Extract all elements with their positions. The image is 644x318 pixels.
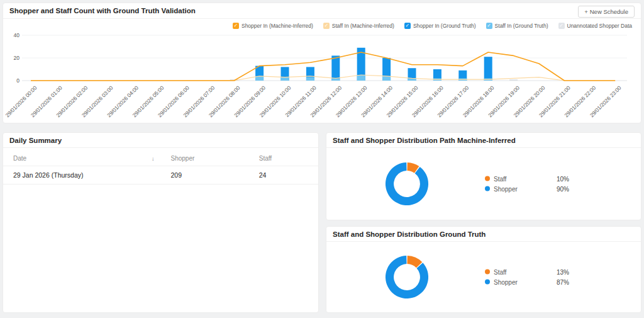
- legend-checkbox-icon[interactable]: ✓: [233, 23, 239, 29]
- svg-text:40: 40: [14, 32, 20, 38]
- legend-item-label: Unannotated Shopper Data: [567, 23, 633, 29]
- svg-text:0: 0: [16, 77, 19, 84]
- legend-item[interactable]: ✓Staff In (Machine-Inferred): [323, 23, 394, 29]
- distribution-ground-truth-title: Staff and Shopper Distribution Ground Tr…: [333, 230, 486, 238]
- cell-staff: 24: [249, 166, 318, 185]
- legend-checkbox-icon[interactable]: ✓: [404, 23, 411, 29]
- distribution-machine-panel: Staff and Shopper Distribution Path Mach…: [326, 132, 641, 220]
- distribution-ground-truth-header: Staff and Shopper Distribution Ground Tr…: [326, 227, 641, 242]
- legend-checkbox-icon[interactable]: ✓: [558, 23, 565, 29]
- donut-legend-label[interactable]: Shopper: [494, 278, 557, 285]
- legend-item-label: Shopper In (Ground Truth): [413, 23, 476, 29]
- validation-chart-panel: Shopper and Staff Count with Ground Trut…: [3, 3, 641, 123]
- column-header-staff[interactable]: Staff: [249, 150, 318, 166]
- distribution-machine-header: Staff and Shopper Distribution Path Mach…: [326, 133, 641, 148]
- distribution-machine-body: Staff10%Shopper90%: [326, 148, 641, 219]
- daily-summary-panel: Daily Summary Date ↓ Shopper Staff 29 Ja…: [3, 132, 319, 313]
- timeseries-chart[interactable]: 0204029/01/2026 00:0029/01/2026 01:0029/…: [3, 29, 637, 122]
- donut-legend-label[interactable]: Staff: [494, 268, 557, 275]
- legend-dot-icon[interactable]: [485, 176, 490, 181]
- donut-legend-percent: 10%: [557, 175, 569, 182]
- daily-summary-table: Date ↓ Shopper Staff 29 Jan 2026 (Thursd…: [3, 150, 318, 185]
- donut-legend-label[interactable]: Staff: [494, 175, 557, 182]
- legend-dot-icon[interactable]: [485, 270, 490, 275]
- chart-x-axis-labels: 29/01/2026 00:0029/01/2026 01:0029/01/20…: [4, 84, 623, 118]
- legend-dot-icon[interactable]: [485, 186, 490, 191]
- donut-legend-label[interactable]: Shopper: [494, 185, 557, 192]
- distribution-machine-title: Staff and Shopper Distribution Path Mach…: [333, 137, 516, 144]
- legend-dot-icon[interactable]: [485, 280, 490, 285]
- chart-legend: ✓Shopper In (Machine-Inferred)✓Staff In …: [3, 19, 641, 29]
- legend-item[interactable]: ✓Shopper In (Ground Truth): [404, 23, 476, 29]
- ground-truth-donut-legend: Staff13%Shopper87%: [485, 268, 569, 285]
- ground-truth-donut-chart[interactable]: [384, 254, 430, 300]
- table-row[interactable]: 29 Jan 2026 (Thursday) 209 24: [3, 166, 318, 185]
- new-schedule-button-label: New Schedule: [590, 8, 628, 15]
- chart-lines: [31, 52, 615, 81]
- legend-item[interactable]: ✓Staff In (Ground Truth): [486, 23, 548, 29]
- legend-checkbox-icon[interactable]: ✓: [486, 23, 492, 29]
- donut-legend-percent: 87%: [557, 278, 569, 285]
- column-header-shopper[interactable]: Shopper: [161, 150, 249, 166]
- chart-grid: 02040: [14, 32, 627, 84]
- validation-chart-title: Shopper and Staff Count with Ground Trut…: [9, 7, 196, 14]
- column-header-date-label: Date: [13, 155, 26, 162]
- legend-item-label: Staff In (Ground Truth): [495, 23, 548, 29]
- legend-item-label: Staff In (Machine-Inferred): [332, 23, 394, 29]
- machine-inferred-donut-legend: Staff10%Shopper90%: [485, 175, 569, 192]
- donut-slice-shopper[interactable]: [386, 162, 428, 205]
- sort-descending-icon[interactable]: ↓: [152, 156, 156, 162]
- column-header-date[interactable]: Date ↓: [3, 150, 161, 166]
- legend-item[interactable]: ✓Shopper In (Machine-Inferred): [233, 23, 313, 29]
- legend-checkbox-icon[interactable]: ✓: [323, 23, 330, 29]
- legend-item[interactable]: ✓Unannotated Shopper Data: [558, 23, 633, 29]
- donut-legend-percent: 90%: [557, 185, 569, 192]
- new-schedule-button[interactable]: + New Schedule: [578, 6, 635, 18]
- donut-legend-percent: 13%: [557, 268, 569, 275]
- cell-shopper: 209: [161, 166, 249, 185]
- cell-date: 29 Jan 2026 (Thursday): [3, 166, 161, 185]
- daily-summary-title: Daily Summary: [9, 137, 62, 144]
- legend-item-label: Shopper In (Machine-Inferred): [242, 23, 313, 29]
- machine-inferred-donut-chart[interactable]: [384, 161, 430, 207]
- distribution-ground-truth-panel: Staff and Shopper Distribution Ground Tr…: [326, 226, 641, 313]
- distribution-ground-truth-body: Staff13%Shopper87%: [326, 242, 641, 312]
- daily-summary-header: Daily Summary: [3, 133, 318, 148]
- svg-text:20: 20: [14, 55, 20, 61]
- plus-icon: +: [584, 8, 588, 15]
- table-header-row: Date ↓ Shopper Staff: [3, 150, 318, 166]
- validation-chart-header: Shopper and Staff Count with Ground Trut…: [3, 3, 641, 19]
